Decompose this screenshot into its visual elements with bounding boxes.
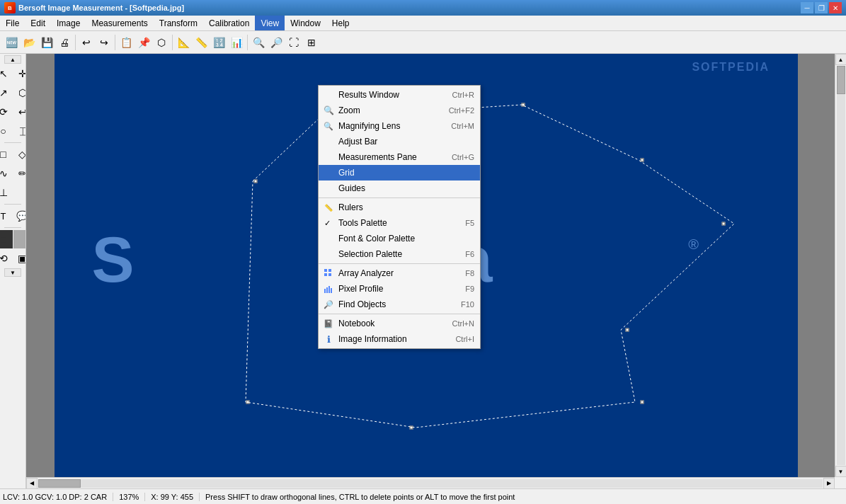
toolbar-sep-4 bbox=[247, 35, 248, 50]
tool-crosshair2[interactable]: ⌶ bbox=[13, 122, 27, 140]
scroll-up-button[interactable]: ▲ bbox=[835, 54, 847, 65]
tool-sep-2 bbox=[4, 204, 21, 205]
svg-rect-1 bbox=[324, 269, 327, 272]
scroll-left-button[interactable]: ◀ bbox=[26, 478, 38, 489]
title-bar: B Bersoft Image Measurement - [Softpedia… bbox=[0, 0, 846, 16]
menu-selection-palette[interactable]: Selection Palette F6 bbox=[319, 246, 480, 262]
restore-button[interactable]: ❐ bbox=[815, 2, 828, 13]
scrollbar-horizontal: ◀ ▶ bbox=[26, 477, 835, 488]
measurements-pane-shortcut: Ctrl+G bbox=[452, 153, 474, 161]
scroll-down-button[interactable]: ▼ bbox=[835, 466, 847, 477]
tool-crosshair[interactable]: ✛ bbox=[13, 64, 27, 83]
tool-frame[interactable]: ▣ bbox=[13, 249, 27, 268]
menu-image-information[interactable]: ℹ Image Information Ctrl+I bbox=[319, 331, 480, 347]
tool-polygon[interactable]: ⬡ bbox=[13, 84, 27, 102]
menu-find-objects[interactable]: 🔎 Find Objects F10 bbox=[319, 297, 480, 312]
magnifying-lens-shortcut: Ctrl+M bbox=[451, 122, 474, 130]
array-analyzer-icon bbox=[323, 268, 334, 279]
menu-help[interactable]: Help bbox=[326, 16, 355, 30]
toolbar-sel[interactable]: ⬡ bbox=[153, 34, 170, 51]
menu-calibration[interactable]: Calibration bbox=[203, 16, 255, 30]
zoom-icon: 🔍 bbox=[323, 105, 334, 116]
toolbar-measure1[interactable]: 📐 bbox=[175, 34, 192, 51]
toolbar-fit[interactable]: ⛶ bbox=[285, 34, 302, 51]
toolbar-measure2[interactable]: 📏 bbox=[193, 34, 210, 51]
tool-undo-local[interactable]: ↩ bbox=[13, 103, 27, 121]
toolbar-undo[interactable]: ↩ bbox=[78, 34, 95, 51]
status-hint: Press SHIFT to draw orthogonal lines, CT… bbox=[205, 493, 515, 501]
minimize-button[interactable]: ─ bbox=[801, 2, 813, 13]
svg-rect-6 bbox=[326, 287, 328, 293]
status-zoom: 137% bbox=[119, 493, 145, 501]
tool-perpendicular[interactable]: ⊥ bbox=[0, 183, 13, 202]
menu-view[interactable]: View bbox=[255, 16, 285, 30]
menu-array-analyzer[interactable]: Array Analyzer F8 bbox=[319, 265, 480, 281]
menu-adjust-bar[interactable]: Adjust Bar bbox=[319, 134, 480, 149]
toolbar-measure3[interactable]: 🔢 bbox=[210, 34, 227, 51]
menu-guides[interactable]: Guides bbox=[319, 181, 480, 196]
menu-notebook[interactable]: 📓 Notebook Ctrl+N bbox=[319, 316, 480, 331]
toolbar-zoom-out[interactable]: 🔍 bbox=[250, 34, 267, 51]
toolbar-save[interactable]: 💾 bbox=[38, 34, 55, 51]
zoom-label: Zoom bbox=[338, 105, 360, 115]
toolbar-new[interactable]: 🆕 bbox=[3, 34, 20, 51]
menu-rulers[interactable]: 📏 Rulers bbox=[319, 200, 480, 215]
tool-pencil[interactable]: ✏ bbox=[13, 164, 27, 183]
menu-file[interactable]: File bbox=[0, 16, 25, 30]
svg-rect-8 bbox=[331, 288, 332, 293]
array-analyzer-shortcut: F8 bbox=[465, 269, 474, 277]
scroll-track-h[interactable] bbox=[38, 479, 823, 488]
toolbar-redo[interactable]: ↪ bbox=[96, 34, 113, 51]
menu-measurements[interactable]: Measurements bbox=[86, 16, 153, 30]
tool-pointer[interactable]: ↖ bbox=[0, 64, 13, 83]
find-objects-label: Find Objects bbox=[338, 299, 386, 309]
tool-callout[interactable]: 💬 bbox=[13, 207, 27, 225]
menu-grid[interactable]: Grid bbox=[319, 165, 480, 181]
menu-results-window[interactable]: Results Window Ctrl+R bbox=[319, 87, 480, 103]
tool-fill[interactable]: ■ bbox=[0, 230, 13, 248]
menu-image[interactable]: Image bbox=[51, 16, 86, 30]
tool-diamond[interactable]: ◇ bbox=[13, 145, 27, 164]
image-information-label: Image Information bbox=[338, 334, 407, 344]
tool-line[interactable]: ↗ bbox=[0, 84, 13, 102]
menu-edit[interactable]: Edit bbox=[25, 16, 51, 30]
toolbar-open[interactable]: 📂 bbox=[21, 34, 38, 51]
menu-pixel-profile[interactable]: Pixel Profile F9 bbox=[319, 281, 480, 297]
svg-rect-3 bbox=[324, 273, 327, 276]
tool-reset[interactable]: ⟲ bbox=[0, 249, 13, 268]
close-button[interactable]: ✕ bbox=[829, 2, 842, 13]
menu-magnifying-lens[interactable]: 🔍 Magnifying Lens Ctrl+M bbox=[319, 118, 480, 134]
toolbar-copy[interactable]: 📋 bbox=[118, 34, 135, 51]
tool-rotate[interactable]: ⟳ bbox=[0, 103, 13, 121]
tool-ellipse[interactable]: ○ bbox=[0, 122, 13, 140]
scroll-track-v[interactable] bbox=[837, 66, 845, 465]
scroll-right-button[interactable]: ▶ bbox=[823, 478, 835, 489]
menu-tools-palette[interactable]: ✓ Tools Palette F5 bbox=[319, 215, 480, 231]
toolbar-print[interactable]: 🖨 bbox=[56, 34, 73, 51]
toolbar-sep-1 bbox=[75, 35, 76, 50]
scroll-thumb-h[interactable] bbox=[38, 479, 81, 488]
menu-transform[interactable]: Transform bbox=[154, 16, 203, 30]
toolbar-measure4[interactable]: 📊 bbox=[228, 34, 245, 51]
tool-text[interactable]: T bbox=[0, 207, 13, 225]
tool-fill2[interactable]: ■ bbox=[13, 230, 27, 248]
menu-zoom[interactable]: 🔍 Zoom Ctrl+F2 bbox=[319, 103, 480, 118]
toolbox-scroll-up[interactable]: ▲ bbox=[4, 55, 21, 64]
menu-font-color-palette[interactable]: Font & Color Palette bbox=[319, 231, 480, 246]
tool-rect[interactable]: □ bbox=[0, 145, 13, 164]
results-window-shortcut: Ctrl+R bbox=[452, 91, 474, 99]
menu-window[interactable]: Window bbox=[285, 16, 326, 30]
toolbox-scroll-down[interactable]: ▼ bbox=[4, 268, 21, 277]
toolbar: 🆕 📂 💾 🖨 ↩ ↪ 📋 📌 ⬡ 📐 📏 🔢 📊 🔍 🔎 ⛶ ⊞ bbox=[0, 31, 846, 54]
menu-measurements-pane[interactable]: Measurements Pane Ctrl+G bbox=[319, 149, 480, 165]
measurements-pane-label: Measurements Pane bbox=[338, 152, 417, 162]
toolbar-zoom-in[interactable]: 🔎 bbox=[268, 34, 285, 51]
toolbar-grid[interactable]: ⊞ bbox=[303, 34, 320, 51]
scroll-thumb-v[interactable] bbox=[837, 66, 845, 94]
grid-label: Grid bbox=[338, 168, 355, 178]
array-analyzer-label: Array Analyzer bbox=[338, 268, 394, 278]
toolbar-paste[interactable]: 📌 bbox=[135, 34, 152, 51]
find-objects-shortcut: F10 bbox=[461, 300, 474, 309]
tool-wave[interactable]: ∿ bbox=[0, 164, 13, 183]
image-information-shortcut: Ctrl+I bbox=[455, 335, 474, 343]
